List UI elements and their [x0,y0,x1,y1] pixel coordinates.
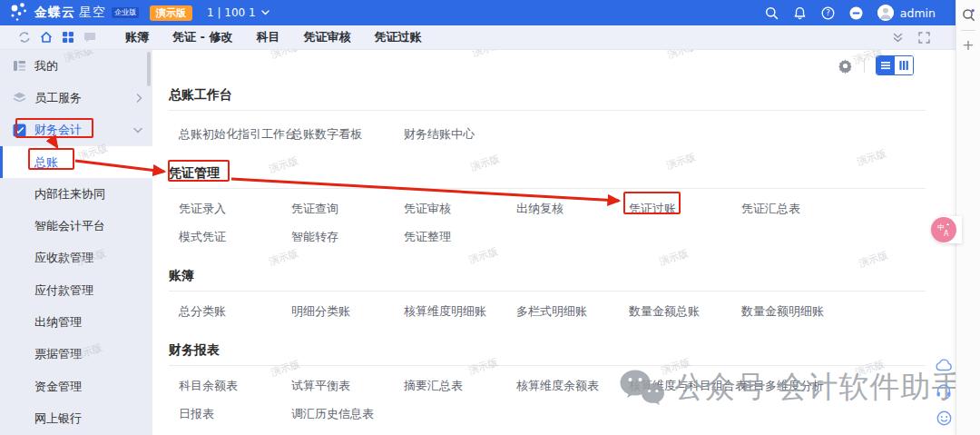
sidebar-item[interactable]: 总账 [0,146,152,178]
help-icon[interactable]: ? [821,5,836,20]
chevron-down-icon [261,10,270,15]
sidebar-item[interactable]: 财务会计 [0,114,152,146]
menu-item[interactable]: 核算维度余额表 [516,379,629,392]
kanban-view-button[interactable] [895,56,913,74]
search-icon[interactable] [765,5,779,20]
menu-item[interactable]: 明细分类账 [291,304,404,318]
sidebar-item[interactable]: 应收款管理 [0,242,152,274]
sidebar-item-label: 资金管理 [34,379,82,395]
smiley-icon[interactable] [935,409,953,427]
menu-item[interactable]: 试算平衡表 [291,379,404,392]
list-view-button[interactable] [877,56,895,74]
section-items: 总分类账明细分类账核算维度明细账多栏式明细账数量金额总账数量金额明细账 [169,304,926,318]
rail-search-icon[interactable] [962,8,975,22]
headset-icon[interactable] [935,382,953,400]
menu-item[interactable]: 日报表 [179,407,291,420]
menu-item-row: 凭证录入凭证查询凭证审核出纳复核凭证过账凭证汇总表 [179,202,926,215]
apps-grid-icon[interactable] [62,31,74,44]
menu-section: 财务报表科目余额表试算平衡表摘要汇总表核算维度余额表核算维度与科目组合表科目多维… [169,342,926,420]
bell-icon[interactable] [793,5,808,20]
sidebar-item-label: 我的 [34,58,58,74]
top-bar: 金蝶云 星空 企业版 演示版 1 | 100 1 ? admin [0,0,956,25]
content-tools [838,55,914,75]
sidebar-item-label: 出纳管理 [34,314,82,331]
tabbar-quick-icons [18,31,96,44]
tab-item[interactable]: 账簿 [125,29,149,45]
sidebar-item[interactable]: 票据管理 [0,339,152,371]
translate-float-button[interactable]: 中A [929,216,956,243]
fullscreen-icon[interactable] [918,32,930,44]
sidebar-item[interactable]: 我的 [0,50,152,82]
avatar[interactable] [877,5,894,21]
topbar-actions: ? admin [765,5,936,21]
tab-item[interactable]: 凭证 - 修改 [172,29,232,45]
menu-section: 总账工作台总账初始化指引工作台总账数字看板财务结账中心 [169,87,926,141]
tab-item[interactable]: 凭证过账 [374,29,421,45]
menu-item[interactable]: 凭证汇总表 [741,202,800,215]
translate-icon: 中A [931,217,956,242]
settings-gear-icon[interactable] [838,58,853,74]
edition-badge: 企业版 [112,7,139,18]
chat-icon[interactable] [83,31,96,44]
menu-item[interactable]: 总账数字看板 [291,127,404,141]
sidebar-item[interactable]: 员工服务 [0,82,152,114]
view-toggle [876,55,914,75]
menu-item[interactable]: 凭证整理 [404,230,451,243]
tab-item[interactable]: 凭证审核 [303,29,350,45]
org-selector[interactable]: 1 | 100 1 [207,6,270,19]
menu-item-row: 日报表调汇历史信息表 [179,407,926,420]
cloud-icon[interactable] [935,356,953,374]
sidebar-item[interactable]: 网上银行 [0,402,152,434]
menu-item[interactable]: 凭证查询 [291,202,404,215]
menu-item[interactable]: 数量金额总账 [629,304,741,318]
sidebar-item[interactable]: 智能会计平台 [0,210,152,242]
menu-item[interactable]: 核算维度与科目组合表 [629,379,741,392]
menu-item[interactable]: 科目余额表 [179,379,291,392]
username[interactable]: admin [900,6,936,20]
menu-item[interactable]: 总分类账 [179,304,291,318]
menu-item[interactable]: 总账初始化指引工作台 [179,127,291,141]
menu-item[interactable]: 调汇历史信息表 [291,407,374,420]
menu-item[interactable]: 多栏式明细账 [516,304,629,318]
tab-item[interactable]: 科目 [256,29,279,45]
sidebar-item-label: 票据管理 [34,346,82,362]
sidebar-item[interactable]: 应付款管理 [0,274,152,306]
menu-item[interactable]: 核算维度明细账 [404,304,516,318]
collapse-double-chevron-icon[interactable] [892,32,904,44]
chevron-right-icon [136,94,142,103]
sidebar-scrollbar[interactable] [147,52,151,86]
rail-plus-icon[interactable]: + [962,38,974,53]
menu-item[interactable]: 财务结账中心 [404,127,475,141]
floating-helper-buttons [933,356,955,435]
menu-item[interactable]: 凭证录入 [179,202,291,215]
finance-check-icon [12,123,27,138]
menu-section: 凭证管理凭证录入凭证查询凭证审核出纳复核凭证过账凭证汇总表模式凭证智能转存凭证整… [169,165,926,243]
mine-grid-icon [12,58,27,74]
sidebar-item-label: 智能会计平台 [34,218,105,234]
demo-version-badge: 演示版 [150,5,192,21]
tabbar-right-actions [892,32,930,44]
menu-item-row: 科目余额表试算平衡表摘要汇总表核算维度余额表核算维度与科目组合表科目多维度分析 [179,379,926,392]
menu-item[interactable]: 智能转存 [291,230,404,243]
sidebar-item-label: 应收款管理 [34,250,93,266]
dnd-icon[interactable] [849,5,864,20]
menu-item[interactable]: 数量金额明细账 [741,304,824,318]
sidebar-item-label: 内部往来协同 [34,186,105,203]
section-title: 凭证管理 [169,165,926,180]
sidebar-item[interactable]: 资金管理 [0,371,152,402]
sidebar-item[interactable]: 出纳管理 [0,306,152,338]
sidebar-item-label: 应付款管理 [34,282,93,299]
home-icon[interactable] [40,31,53,44]
menu-item[interactable]: 模式凭证 [179,230,291,243]
sync-icon[interactable] [18,31,31,44]
menu-item[interactable]: 凭证审核 [404,202,516,215]
menu-item-row: 总账初始化指引工作台总账数字看板财务结账中心 [179,127,926,141]
sidebar-item[interactable]: 内部往来协同 [0,178,152,210]
menu-item[interactable]: 科目多维度分析 [741,379,824,392]
menu-item[interactable]: 出纳复核 [516,202,629,215]
org-selector-label: 1 | 100 1 [207,6,256,19]
menu-item[interactable]: 凭证过账 [629,202,741,215]
section-title: 财务报表 [169,342,926,357]
main-content: 总账工作台总账初始化指引工作台总账数字看板财务结账中心凭证管理凭证录入凭证查询凭… [152,50,956,435]
menu-item[interactable]: 摘要汇总表 [404,379,516,392]
